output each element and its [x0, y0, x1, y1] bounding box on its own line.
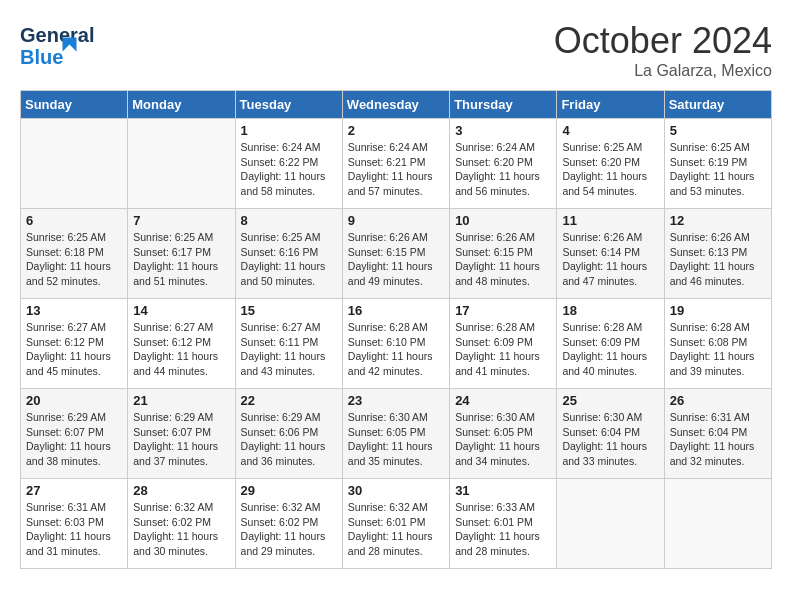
day-number: 23 [348, 393, 444, 408]
day-number: 17 [455, 303, 551, 318]
day-number: 30 [348, 483, 444, 498]
day-detail: Sunrise: 6:28 AMSunset: 6:09 PMDaylight:… [455, 320, 551, 379]
day-number: 24 [455, 393, 551, 408]
day-detail: Sunrise: 6:27 AMSunset: 6:12 PMDaylight:… [133, 320, 229, 379]
location-subtitle: La Galarza, Mexico [554, 62, 772, 80]
day-number: 8 [241, 213, 337, 228]
day-number: 16 [348, 303, 444, 318]
day-number: 26 [670, 393, 766, 408]
table-row: 9Sunrise: 6:26 AMSunset: 6:15 PMDaylight… [342, 209, 449, 299]
title-block: October 2024 La Galarza, Mexico [554, 20, 772, 80]
day-detail: Sunrise: 6:29 AMSunset: 6:07 PMDaylight:… [133, 410, 229, 469]
col-saturday: Saturday [664, 91, 771, 119]
day-detail: Sunrise: 6:26 AMSunset: 6:15 PMDaylight:… [348, 230, 444, 289]
table-row: 11Sunrise: 6:26 AMSunset: 6:14 PMDayligh… [557, 209, 664, 299]
day-number: 31 [455, 483, 551, 498]
day-number: 19 [670, 303, 766, 318]
day-detail: Sunrise: 6:25 AMSunset: 6:16 PMDaylight:… [241, 230, 337, 289]
day-detail: Sunrise: 6:24 AMSunset: 6:20 PMDaylight:… [455, 140, 551, 199]
table-row [557, 479, 664, 569]
table-row: 3Sunrise: 6:24 AMSunset: 6:20 PMDaylight… [450, 119, 557, 209]
table-row: 4Sunrise: 6:25 AMSunset: 6:20 PMDaylight… [557, 119, 664, 209]
table-row: 28Sunrise: 6:32 AMSunset: 6:02 PMDayligh… [128, 479, 235, 569]
table-row: 24Sunrise: 6:30 AMSunset: 6:05 PMDayligh… [450, 389, 557, 479]
calendar-week-5: 27Sunrise: 6:31 AMSunset: 6:03 PMDayligh… [21, 479, 772, 569]
logo-text: General Blue [20, 20, 140, 74]
day-number: 28 [133, 483, 229, 498]
table-row: 26Sunrise: 6:31 AMSunset: 6:04 PMDayligh… [664, 389, 771, 479]
table-row: 31Sunrise: 6:33 AMSunset: 6:01 PMDayligh… [450, 479, 557, 569]
table-row: 18Sunrise: 6:28 AMSunset: 6:09 PMDayligh… [557, 299, 664, 389]
day-detail: Sunrise: 6:25 AMSunset: 6:17 PMDaylight:… [133, 230, 229, 289]
day-detail: Sunrise: 6:24 AMSunset: 6:21 PMDaylight:… [348, 140, 444, 199]
day-number: 10 [455, 213, 551, 228]
day-detail: Sunrise: 6:25 AMSunset: 6:19 PMDaylight:… [670, 140, 766, 199]
table-row: 25Sunrise: 6:30 AMSunset: 6:04 PMDayligh… [557, 389, 664, 479]
day-number: 21 [133, 393, 229, 408]
day-detail: Sunrise: 6:27 AMSunset: 6:11 PMDaylight:… [241, 320, 337, 379]
day-detail: Sunrise: 6:32 AMSunset: 6:02 PMDaylight:… [241, 500, 337, 559]
calendar-week-4: 20Sunrise: 6:29 AMSunset: 6:07 PMDayligh… [21, 389, 772, 479]
svg-marker-2 [63, 38, 77, 52]
day-detail: Sunrise: 6:24 AMSunset: 6:22 PMDaylight:… [241, 140, 337, 199]
calendar-week-3: 13Sunrise: 6:27 AMSunset: 6:12 PMDayligh… [21, 299, 772, 389]
day-number: 15 [241, 303, 337, 318]
table-row [21, 119, 128, 209]
table-row: 10Sunrise: 6:26 AMSunset: 6:15 PMDayligh… [450, 209, 557, 299]
table-row: 13Sunrise: 6:27 AMSunset: 6:12 PMDayligh… [21, 299, 128, 389]
table-row: 8Sunrise: 6:25 AMSunset: 6:16 PMDaylight… [235, 209, 342, 299]
table-row: 14Sunrise: 6:27 AMSunset: 6:12 PMDayligh… [128, 299, 235, 389]
table-row [128, 119, 235, 209]
day-number: 4 [562, 123, 658, 138]
day-number: 27 [26, 483, 122, 498]
day-number: 2 [348, 123, 444, 138]
day-detail: Sunrise: 6:30 AMSunset: 6:05 PMDaylight:… [348, 410, 444, 469]
table-row: 15Sunrise: 6:27 AMSunset: 6:11 PMDayligh… [235, 299, 342, 389]
table-row: 1Sunrise: 6:24 AMSunset: 6:22 PMDaylight… [235, 119, 342, 209]
table-row: 29Sunrise: 6:32 AMSunset: 6:02 PMDayligh… [235, 479, 342, 569]
day-number: 13 [26, 303, 122, 318]
table-row: 16Sunrise: 6:28 AMSunset: 6:10 PMDayligh… [342, 299, 449, 389]
day-detail: Sunrise: 6:28 AMSunset: 6:10 PMDaylight:… [348, 320, 444, 379]
month-title: October 2024 [554, 20, 772, 62]
table-row: 6Sunrise: 6:25 AMSunset: 6:18 PMDaylight… [21, 209, 128, 299]
calendar-week-1: 1Sunrise: 6:24 AMSunset: 6:22 PMDaylight… [21, 119, 772, 209]
table-row [664, 479, 771, 569]
logo: General Blue [20, 20, 140, 74]
col-tuesday: Tuesday [235, 91, 342, 119]
day-number: 29 [241, 483, 337, 498]
day-number: 12 [670, 213, 766, 228]
table-row: 7Sunrise: 6:25 AMSunset: 6:17 PMDaylight… [128, 209, 235, 299]
day-number: 7 [133, 213, 229, 228]
day-number: 18 [562, 303, 658, 318]
day-detail: Sunrise: 6:25 AMSunset: 6:18 PMDaylight:… [26, 230, 122, 289]
col-wednesday: Wednesday [342, 91, 449, 119]
day-detail: Sunrise: 6:29 AMSunset: 6:07 PMDaylight:… [26, 410, 122, 469]
day-detail: Sunrise: 6:26 AMSunset: 6:15 PMDaylight:… [455, 230, 551, 289]
col-thursday: Thursday [450, 91, 557, 119]
day-detail: Sunrise: 6:28 AMSunset: 6:08 PMDaylight:… [670, 320, 766, 379]
day-detail: Sunrise: 6:31 AMSunset: 6:03 PMDaylight:… [26, 500, 122, 559]
day-detail: Sunrise: 6:30 AMSunset: 6:05 PMDaylight:… [455, 410, 551, 469]
day-number: 6 [26, 213, 122, 228]
svg-text:Blue: Blue [20, 46, 63, 68]
table-row: 21Sunrise: 6:29 AMSunset: 6:07 PMDayligh… [128, 389, 235, 479]
table-row: 22Sunrise: 6:29 AMSunset: 6:06 PMDayligh… [235, 389, 342, 479]
table-row: 19Sunrise: 6:28 AMSunset: 6:08 PMDayligh… [664, 299, 771, 389]
day-detail: Sunrise: 6:28 AMSunset: 6:09 PMDaylight:… [562, 320, 658, 379]
table-row: 12Sunrise: 6:26 AMSunset: 6:13 PMDayligh… [664, 209, 771, 299]
table-row: 27Sunrise: 6:31 AMSunset: 6:03 PMDayligh… [21, 479, 128, 569]
day-detail: Sunrise: 6:32 AMSunset: 6:01 PMDaylight:… [348, 500, 444, 559]
day-detail: Sunrise: 6:32 AMSunset: 6:02 PMDaylight:… [133, 500, 229, 559]
table-row: 20Sunrise: 6:29 AMSunset: 6:07 PMDayligh… [21, 389, 128, 479]
svg-text:General: General [20, 24, 94, 46]
calendar-week-2: 6Sunrise: 6:25 AMSunset: 6:18 PMDaylight… [21, 209, 772, 299]
day-number: 3 [455, 123, 551, 138]
day-detail: Sunrise: 6:25 AMSunset: 6:20 PMDaylight:… [562, 140, 658, 199]
day-number: 9 [348, 213, 444, 228]
day-detail: Sunrise: 6:31 AMSunset: 6:04 PMDaylight:… [670, 410, 766, 469]
day-detail: Sunrise: 6:33 AMSunset: 6:01 PMDaylight:… [455, 500, 551, 559]
day-detail: Sunrise: 6:26 AMSunset: 6:14 PMDaylight:… [562, 230, 658, 289]
day-number: 5 [670, 123, 766, 138]
table-row: 23Sunrise: 6:30 AMSunset: 6:05 PMDayligh… [342, 389, 449, 479]
